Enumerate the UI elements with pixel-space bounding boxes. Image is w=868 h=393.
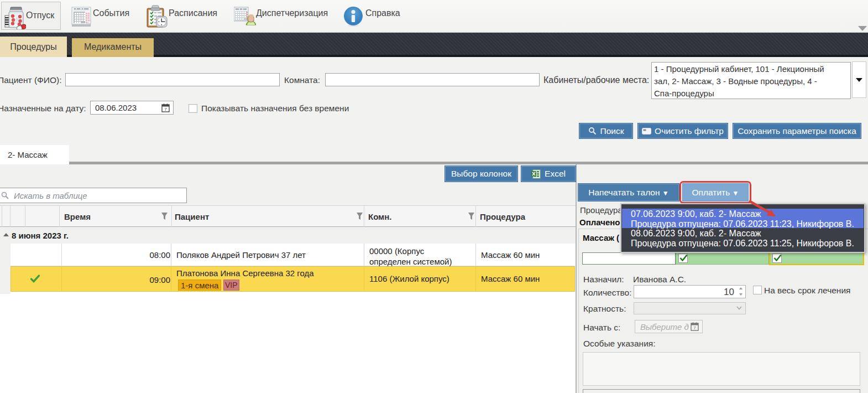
svg-text:7: 7 (164, 107, 167, 112)
svg-text:7: 7 (693, 325, 696, 330)
